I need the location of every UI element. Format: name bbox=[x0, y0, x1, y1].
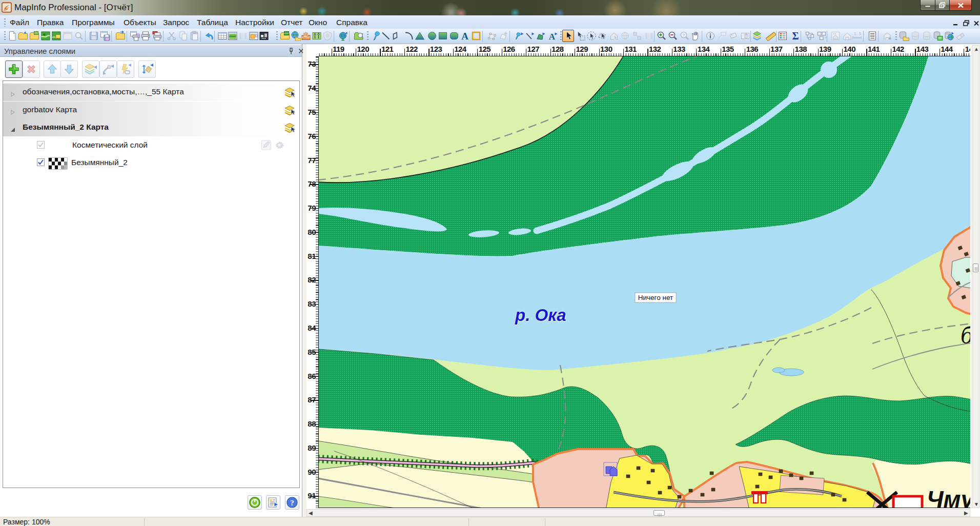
svg-text:?: ? bbox=[683, 33, 685, 37]
svg-text:Чмур: Чмур bbox=[927, 486, 970, 508]
svg-text:1: 1 bbox=[854, 32, 856, 35]
svg-text:б: б bbox=[961, 321, 970, 349]
svg-text:5: 5 bbox=[859, 32, 861, 35]
svg-text:Ничего нет: Ничего нет bbox=[638, 294, 673, 301]
svg-text:р. Ока: р. Ока bbox=[515, 306, 566, 325]
svg-text:A: A bbox=[549, 32, 556, 41]
svg-text:?: ? bbox=[290, 499, 294, 507]
svg-text:Σ: Σ bbox=[792, 31, 799, 41]
svg-text:A: A bbox=[461, 31, 468, 41]
